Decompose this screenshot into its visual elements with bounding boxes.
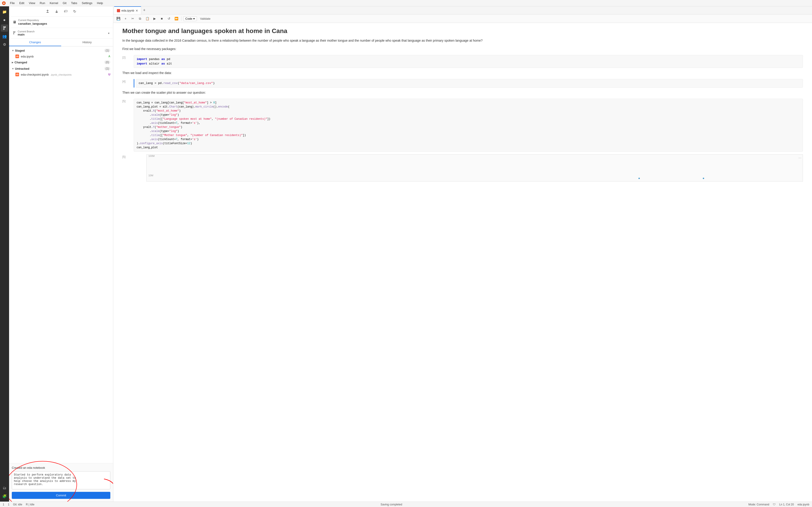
validate-button[interactable]: Validate	[198, 16, 213, 21]
toolbar-separator	[181, 16, 182, 21]
branch-info[interactable]: Current Branch main ▾	[9, 28, 113, 39]
notebook-cell-4: [4]: can_lang = pd.read_csv("data/can_la…	[122, 79, 803, 88]
notebook-tab-eda[interactable]: eda.ipynb ✕	[114, 6, 141, 14]
notebook-cell-5: [5]: can_lang = can_lang[can_lang["most_…	[122, 99, 803, 152]
svg-point-3	[3, 29, 4, 30]
notebook-para3: Then we can create the scatter plot to a…	[122, 90, 803, 95]
branch-name: main	[18, 33, 35, 36]
repo-icon: 🖥	[13, 20, 16, 24]
restart-run-button[interactable]: ⏩	[173, 15, 180, 22]
status-item-4: R | Idle	[26, 503, 35, 506]
notebook-tabbar: eda.ipynb ✕ +	[113, 6, 812, 14]
cell-type-label: Code	[185, 17, 192, 20]
cell-4-code[interactable]: can_lang = pd.read_csv("data/can_lang.cs…	[136, 79, 803, 88]
push-button[interactable]	[44, 8, 51, 14]
file-sections: ▼ Staged (1) nb eda.ipynb A ▶ Changed (0…	[9, 46, 113, 463]
notebook-tab-icon	[117, 9, 120, 12]
cut-cell-button[interactable]: ✂	[130, 15, 136, 22]
untracked-file-name: eda-checkpoint.ipynb .ipynb_checkpoints	[21, 73, 106, 76]
menu-git[interactable]: Git	[61, 1, 68, 5]
cell-type-selector[interactable]: Code ▾	[183, 16, 197, 21]
notebook-para2: Then we load and inspect the data:	[122, 71, 803, 75]
commit-message-input[interactable]: Started to perform exploratory data anal…	[12, 471, 110, 489]
sidebar-btn-people[interactable]: 👥	[1, 33, 8, 40]
sidebar-btn-folder[interactable]: 📁	[1, 8, 8, 15]
untracked-file-checkpoint[interactable]: nb eda-checkpoint.ipynb .ipynb_checkpoin…	[9, 72, 113, 77]
chart-y-axis: 100M 10M	[148, 155, 155, 177]
save-notebook-button[interactable]: 💾	[115, 15, 121, 22]
changed-toggle-icon: ▶	[12, 61, 14, 64]
changed-title: Changed	[14, 61, 104, 64]
status-item-2: 1	[8, 503, 9, 506]
add-tab-button[interactable]: +	[141, 8, 147, 13]
menu-kernel[interactable]: Kernel	[48, 1, 60, 5]
menu-help[interactable]: Help	[95, 1, 105, 5]
changed-section-header[interactable]: ▶ Changed (0)	[9, 59, 113, 65]
sidebar-btn-git[interactable]	[1, 24, 8, 32]
chart-menu-icon[interactable]: ···	[798, 156, 801, 160]
chart-dot-2	[703, 178, 704, 179]
svg-point-2	[5, 26, 6, 27]
cell-4-num: [4]:	[122, 79, 134, 88]
status-filename: eda.ipynb	[798, 503, 809, 506]
copy-cell-button[interactable]: ⧉	[137, 15, 143, 22]
cell-4-indicator	[134, 79, 134, 88]
tag-button[interactable]: 🏷	[62, 8, 69, 14]
notebook-title: Mother tongue and languages spoken at ho…	[122, 27, 803, 35]
sidebar-btn-settings[interactable]: ⚙	[1, 41, 8, 48]
staged-file-eda[interactable]: nb eda.ipynb A	[9, 54, 113, 59]
svg-point-7	[13, 32, 14, 33]
menu-settings[interactable]: Settings	[80, 1, 94, 5]
notebook-content: Mother tongue and languages spoken at ho…	[113, 23, 812, 502]
notebook-tab-name: eda.ipynb	[121, 9, 134, 12]
sidebar-btn-puzzle[interactable]: 🧩	[1, 493, 8, 500]
paste-cell-button[interactable]: 📋	[144, 15, 150, 22]
add-cell-button[interactable]: +	[122, 15, 129, 22]
statusbar-right: Mode: Command 🛡 Ln 1, Col 20 eda.ipynb	[748, 503, 809, 506]
untracked-section-header[interactable]: ▼ Untracked (1)	[9, 65, 113, 72]
cell-2-num: [2]:	[122, 55, 134, 68]
menu-file[interactable]: File	[8, 1, 16, 5]
menu-view[interactable]: View	[27, 1, 37, 5]
cell-type-chevron-icon: ▾	[193, 17, 195, 20]
stop-kernel-button[interactable]: ■	[159, 15, 165, 22]
status-item-3: Git: idle	[13, 503, 22, 506]
staged-section-header[interactable]: ▼ Staged (1)	[9, 47, 113, 54]
cell-5-code[interactable]: can_lang = can_lang[can_lang["most_at_ho…	[134, 99, 803, 152]
file-icon-checkpoint: nb	[15, 73, 19, 76]
status-shield-icon: 🛡	[773, 503, 775, 506]
changed-count: (0)	[104, 60, 110, 64]
branch-chevron-icon[interactable]: ▾	[108, 32, 109, 35]
notebook-cell-2: [2]: import pandas as pd import altair a…	[122, 55, 803, 68]
notebook-intro: In the language data collected in the 20…	[122, 38, 803, 43]
sidebar-btn-circle[interactable]: ●	[1, 16, 8, 23]
menu-edit[interactable]: Edit	[17, 1, 26, 5]
git-toolbar: 🏷 ↻	[9, 6, 113, 16]
restart-kernel-button[interactable]: ↺	[166, 15, 172, 22]
run-cell-button[interactable]: ▶	[151, 15, 158, 22]
untracked-count: (1)	[104, 67, 110, 70]
staged-file-badge: A	[108, 55, 110, 58]
notebook-cell-5-output: [5]: ··· 100M 10M	[122, 154, 803, 181]
pull-button[interactable]	[53, 8, 60, 14]
file-icon-eda: nb	[15, 55, 19, 58]
branch-label: Current Branch	[18, 30, 35, 33]
menu-tabs[interactable]: Tabs	[69, 1, 79, 5]
menu-run[interactable]: Run	[38, 1, 47, 5]
commit-button[interactable]: Commit	[12, 492, 110, 499]
cell-2-code[interactable]: import pandas as pd import altair as alt	[134, 55, 803, 68]
tab-history[interactable]: History	[61, 39, 113, 46]
notebook-tab-close-button[interactable]: ✕	[136, 9, 138, 12]
untracked-toggle-icon: ▼	[12, 67, 14, 70]
svg-point-1	[3, 26, 4, 27]
staged-toggle-icon: ▼	[12, 49, 14, 52]
repo-name: canadian_languages	[18, 22, 47, 25]
refresh-button[interactable]: ↻	[71, 8, 78, 14]
status-item-1: 1	[3, 503, 4, 506]
sidebar-btn-files[interactable]: 🗂	[1, 484, 8, 492]
commit-title: Created an eda notebook	[12, 466, 110, 469]
branch-icon	[13, 31, 16, 35]
tab-changes[interactable]: Changes	[9, 39, 61, 46]
repo-info: 🖥 Current Repository canadian_languages	[9, 16, 113, 28]
svg-point-9	[14, 32, 15, 33]
